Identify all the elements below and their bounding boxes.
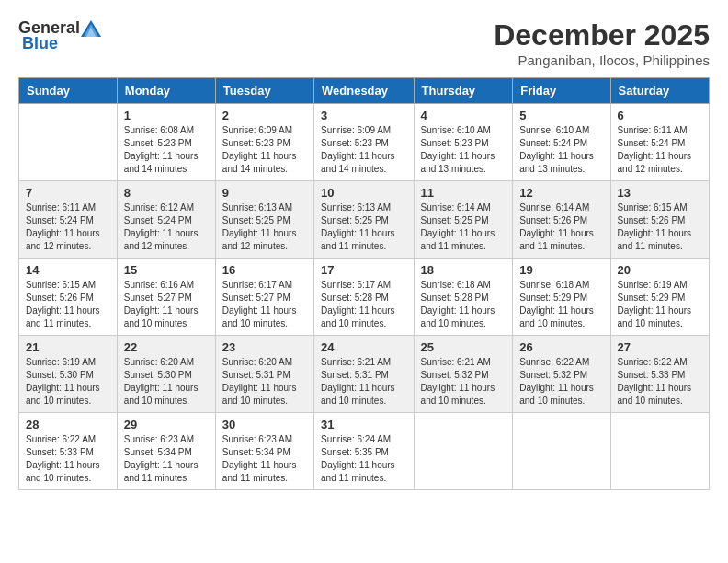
day-number: 2 [222,109,307,122]
day-info: Sunrise: 6:20 AMSunset: 5:31 PMDaylight:… [222,356,307,408]
day-number: 12 [519,186,603,200]
calendar-cell: 11Sunrise: 6:14 AMSunset: 5:25 PMDayligh… [414,181,513,259]
day-number: 16 [222,263,307,277]
day-number: 22 [124,340,209,354]
calendar-cell: 23Sunrise: 6:20 AMSunset: 5:31 PMDayligh… [215,336,313,413]
page-header: General Blue December 2025 Panganiban, I… [18,18,710,68]
day-info: Sunrise: 6:20 AMSunset: 5:30 PMDaylight:… [124,356,209,408]
day-number: 27 [618,340,702,354]
calendar-week-1: 1Sunrise: 6:08 AMSunset: 5:23 PMDaylight… [19,104,710,181]
day-info: Sunrise: 6:17 AMSunset: 5:27 PMDaylight:… [222,279,307,330]
day-info: Sunrise: 6:24 AMSunset: 5:35 PMDaylight:… [321,433,407,485]
title-block: December 2025 Panganiban, Ilocos, Philip… [494,18,710,68]
calendar-cell: 21Sunrise: 6:19 AMSunset: 5:30 PMDayligh… [19,336,118,413]
calendar-week-5: 28Sunrise: 6:22 AMSunset: 5:33 PMDayligh… [19,413,710,490]
calendar-cell: 17Sunrise: 6:17 AMSunset: 5:28 PMDayligh… [314,259,415,336]
day-info: Sunrise: 6:21 AMSunset: 5:32 PMDaylight:… [421,356,506,408]
day-number: 7 [26,186,110,200]
day-number: 11 [421,186,506,200]
calendar-cell [414,413,513,490]
calendar-cell: 4Sunrise: 6:10 AMSunset: 5:23 PMDaylight… [414,104,513,181]
calendar-cell: 5Sunrise: 6:10 AMSunset: 5:24 PMDaylight… [513,104,610,181]
header-tuesday: Tuesday [215,78,313,104]
day-info: Sunrise: 6:09 AMSunset: 5:23 PMDaylight:… [222,124,307,176]
calendar-cell: 7Sunrise: 6:11 AMSunset: 5:24 PMDaylight… [19,181,118,259]
day-info: Sunrise: 6:23 AMSunset: 5:34 PMDaylight:… [124,433,209,485]
day-number: 13 [618,186,702,200]
day-info: Sunrise: 6:13 AMSunset: 5:25 PMDaylight:… [321,201,407,253]
calendar-week-4: 21Sunrise: 6:19 AMSunset: 5:30 PMDayligh… [19,336,710,413]
header-friday: Friday [513,78,610,104]
day-info: Sunrise: 6:19 AMSunset: 5:29 PMDaylight:… [618,279,702,330]
day-number: 21 [26,340,110,354]
day-info: Sunrise: 6:18 AMSunset: 5:28 PMDaylight:… [421,279,506,330]
calendar-cell: 10Sunrise: 6:13 AMSunset: 5:25 PMDayligh… [314,181,415,259]
calendar-cell: 1Sunrise: 6:08 AMSunset: 5:23 PMDaylight… [117,104,215,181]
calendar-cell: 6Sunrise: 6:11 AMSunset: 5:24 PMDaylight… [610,104,709,181]
calendar-cell [610,413,709,490]
calendar-cell: 26Sunrise: 6:22 AMSunset: 5:32 PMDayligh… [513,336,610,413]
day-number: 14 [26,263,110,277]
day-number: 25 [421,340,506,354]
calendar-cell: 3Sunrise: 6:09 AMSunset: 5:23 PMDaylight… [314,104,415,181]
day-number: 23 [222,340,307,354]
calendar-table: SundayMondayTuesdayWednesdayThursdayFrid… [18,77,710,490]
calendar-cell: 2Sunrise: 6:09 AMSunset: 5:23 PMDaylight… [215,104,313,181]
day-number: 26 [519,340,603,354]
calendar-cell [19,104,118,181]
day-number: 29 [124,418,209,431]
logo: General Blue [18,18,102,53]
calendar-cell: 9Sunrise: 6:13 AMSunset: 5:25 PMDaylight… [215,181,313,259]
day-info: Sunrise: 6:21 AMSunset: 5:31 PMDaylight:… [321,356,407,408]
calendar-cell: 18Sunrise: 6:18 AMSunset: 5:28 PMDayligh… [414,259,513,336]
day-info: Sunrise: 6:08 AMSunset: 5:23 PMDaylight:… [124,124,209,176]
calendar-cell: 13Sunrise: 6:15 AMSunset: 5:26 PMDayligh… [610,181,709,259]
calendar-cell [513,413,610,490]
day-number: 3 [321,109,407,122]
location-title: Panganiban, Ilocos, Philippines [494,52,710,68]
calendar-cell: 16Sunrise: 6:17 AMSunset: 5:27 PMDayligh… [215,259,313,336]
day-info: Sunrise: 6:16 AMSunset: 5:27 PMDaylight:… [124,279,209,330]
calendar-cell: 25Sunrise: 6:21 AMSunset: 5:32 PMDayligh… [414,336,513,413]
calendar-cell: 12Sunrise: 6:14 AMSunset: 5:26 PMDayligh… [513,181,610,259]
day-number: 5 [519,109,603,122]
day-number: 10 [321,186,407,200]
calendar-week-2: 7Sunrise: 6:11 AMSunset: 5:24 PMDaylight… [19,181,710,259]
day-info: Sunrise: 6:09 AMSunset: 5:23 PMDaylight:… [321,124,407,176]
day-number: 24 [321,340,407,354]
calendar-cell: 28Sunrise: 6:22 AMSunset: 5:33 PMDayligh… [19,413,118,490]
header-sunday: Sunday [19,78,118,104]
day-info: Sunrise: 6:13 AMSunset: 5:25 PMDaylight:… [222,201,307,253]
day-number: 30 [222,418,307,431]
calendar-cell: 8Sunrise: 6:12 AMSunset: 5:24 PMDaylight… [117,181,215,259]
calendar-week-3: 14Sunrise: 6:15 AMSunset: 5:26 PMDayligh… [19,259,710,336]
calendar-cell: 29Sunrise: 6:23 AMSunset: 5:34 PMDayligh… [117,413,215,490]
day-number: 17 [321,263,407,277]
calendar-cell: 15Sunrise: 6:16 AMSunset: 5:27 PMDayligh… [117,259,215,336]
day-number: 1 [124,109,209,122]
day-info: Sunrise: 6:18 AMSunset: 5:29 PMDaylight:… [519,279,603,330]
day-info: Sunrise: 6:10 AMSunset: 5:24 PMDaylight:… [519,124,603,176]
day-info: Sunrise: 6:14 AMSunset: 5:26 PMDaylight:… [519,201,603,253]
header-thursday: Thursday [414,78,513,104]
day-number: 15 [124,263,209,277]
day-info: Sunrise: 6:23 AMSunset: 5:34 PMDaylight:… [222,433,307,485]
calendar-header-row: SundayMondayTuesdayWednesdayThursdayFrid… [19,78,710,104]
day-info: Sunrise: 6:22 AMSunset: 5:33 PMDaylight:… [618,356,702,408]
day-number: 19 [519,263,603,277]
calendar-cell: 14Sunrise: 6:15 AMSunset: 5:26 PMDayligh… [19,259,118,336]
calendar-cell: 24Sunrise: 6:21 AMSunset: 5:31 PMDayligh… [314,336,415,413]
calendar-cell: 19Sunrise: 6:18 AMSunset: 5:29 PMDayligh… [513,259,610,336]
day-info: Sunrise: 6:15 AMSunset: 5:26 PMDaylight:… [26,279,110,330]
day-number: 20 [618,263,702,277]
day-info: Sunrise: 6:10 AMSunset: 5:23 PMDaylight:… [421,124,506,176]
logo-icon [81,20,101,37]
header-saturday: Saturday [610,78,709,104]
day-number: 31 [321,418,407,431]
calendar-cell: 27Sunrise: 6:22 AMSunset: 5:33 PMDayligh… [610,336,709,413]
header-wednesday: Wednesday [314,78,415,104]
day-info: Sunrise: 6:11 AMSunset: 5:24 PMDaylight:… [26,201,110,253]
day-number: 4 [421,109,506,122]
day-info: Sunrise: 6:17 AMSunset: 5:28 PMDaylight:… [321,279,407,330]
day-info: Sunrise: 6:14 AMSunset: 5:25 PMDaylight:… [421,201,506,253]
